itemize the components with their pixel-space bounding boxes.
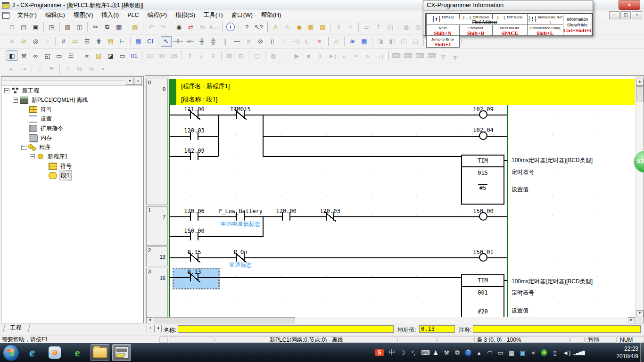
tree-item-symbols[interactable]: 符号 [1, 105, 143, 114]
properties-button[interactable]: ☰ [66, 50, 76, 61]
io-table-button[interactable]: ▭ [117, 50, 128, 61]
expand-icon[interactable] [13, 98, 18, 103]
menu-view[interactable]: 视图(V) [69, 11, 98, 19]
mnemonic-view-button[interactable]: ⊢ [117, 36, 128, 47]
ladder-backdrop-button[interactable]: ▤ [105, 36, 116, 47]
statement-list-button[interactable]: ☰ [82, 36, 92, 47]
monitor-mode-button[interactable]: ◎ [413, 22, 423, 32]
pause-button[interactable]: ‖ [345, 22, 356, 32]
share-tray-icon[interactable]: ⧉ [454, 349, 461, 356]
user-tray-icon[interactable]: ♟ [432, 349, 439, 356]
scroll-down-button[interactable]: ▼ [636, 310, 644, 317]
find-report-button[interactable]: ◉ [294, 22, 305, 32]
transfer-program-up-button[interactable]: ⇑ [184, 50, 195, 61]
menu-simulate[interactable]: 模拟(S) [171, 11, 199, 19]
property-bar-scroll-button[interactable]: ◂ [154, 325, 162, 332]
expand-icon[interactable] [21, 145, 26, 150]
cut-button[interactable]: ✂ [90, 22, 101, 32]
data-trace-button[interactable]: ≋ [347, 36, 358, 47]
menu-file[interactable]: 文件(F) [13, 11, 41, 19]
invert-monitor-button[interactable]: ▱ [331, 36, 342, 47]
tree-item-section1[interactable]: 段1 [1, 171, 143, 180]
show-desktop-button[interactable] [640, 343, 644, 362]
popup-title[interactable]: CX-Programmer Information [423, 0, 593, 11]
mdi-document-icon[interactable] [2, 12, 9, 19]
scroll-left-button[interactable]: ◄ [146, 317, 153, 323]
horizontal-scroll-thumb[interactable] [154, 317, 295, 323]
online-edit-cancel-button[interactable]: ◌ [280, 50, 290, 61]
monitor-diff2-button[interactable]: % [86, 64, 97, 74]
previous-reference-button[interactable]: ⇤ [7, 64, 17, 74]
new-or-contact-button[interactable]: ╫ [196, 36, 207, 47]
keyboard-map1-button[interactable]: ⌨ [391, 50, 402, 61]
help-tray-icon[interactable]: ? [465, 349, 471, 356]
monitor-signed-button[interactable]: 10 [157, 50, 167, 61]
zoom-out-button[interactable]: ○ [42, 36, 53, 47]
print-preview-button[interactable]: ◫ [74, 22, 85, 32]
tree-item-settings[interactable]: 设置 [1, 114, 143, 123]
ime-keyboard-icon[interactable]: ⌨ [421, 349, 428, 356]
redo-button[interactable]: ↷ [157, 22, 168, 32]
rung-list-button[interactable]: ≡ [34, 64, 45, 74]
expand-icon[interactable] [4, 88, 9, 93]
replace-in-project-button[interactable]: ⇆ [197, 22, 208, 32]
taskbar-cx-programmer-button[interactable] [112, 344, 131, 361]
fast-forward-button[interactable]: » [362, 50, 373, 61]
close-window-button[interactable]: × [619, 0, 640, 10]
menu-program[interactable]: 编程(P) [143, 11, 171, 19]
select-tool-button[interactable]: ↖ [161, 36, 172, 47]
keyboard-map3-button[interactable]: ⌨ [414, 50, 425, 61]
paste-program-button[interactable]: ▧ [130, 22, 140, 32]
step-over-button[interactable]: ⇝ [350, 50, 361, 61]
expand-instruction-button[interactable]: ⊣▯ [290, 36, 301, 47]
ime-moon-icon[interactable]: ☽ [399, 349, 406, 356]
new-line-down-button[interactable]: ∟ [302, 36, 313, 47]
memory-view-button[interactable]: 01 [129, 50, 140, 61]
new-or-closed-contact-button[interactable]: ╬ [208, 36, 219, 47]
compare-program-button[interactable]: ⇕ [208, 50, 219, 61]
menu-plc[interactable]: PLC [123, 11, 143, 19]
vertical-scrollbar[interactable] [636, 79, 644, 317]
undo-button[interactable]: ↶ [146, 22, 157, 32]
grid-toggle-button[interactable]: # [58, 36, 69, 47]
step-next-button[interactable]: ►| [327, 50, 338, 61]
taskbar-ie-button[interactable]: e [23, 344, 41, 361]
menu-tools[interactable]: 工具(T) [199, 11, 227, 19]
mdi-close-button[interactable]: × [632, 11, 642, 19]
keyboard-map2-button[interactable]: ⌨ [403, 50, 413, 61]
zoom-to-fit-button[interactable]: ○ [7, 36, 17, 47]
program-check-button[interactable]: ▦ [305, 22, 316, 32]
zoom-in-button[interactable]: ◎ [30, 36, 41, 47]
step-into-button[interactable]: ⇣ [339, 50, 349, 61]
run-to-end-button[interactable]: →| [374, 50, 385, 61]
watch-window-button[interactable]: ∞ [30, 50, 41, 61]
new-horizontal-button[interactable]: — [231, 36, 242, 47]
taskbar-explorer-button[interactable] [91, 344, 109, 361]
volume-icon[interactable]: ◄) [562, 349, 569, 356]
save-button[interactable]: ▣ [30, 22, 41, 32]
online-edit-check-button[interactable]: ▧ [317, 22, 328, 32]
tab-project[interactable]: 工程 [2, 323, 30, 333]
new-document-button[interactable]: □ [7, 22, 17, 32]
battery-tray-icon[interactable]: ▦ [508, 349, 515, 356]
paste-button[interactable]: ▦ [114, 22, 124, 32]
monitor-decimal-button[interactable]: 10 [145, 50, 156, 61]
menu-edit[interactable]: 编辑(E) [41, 11, 69, 19]
force-off-button[interactable]: ◧ [387, 36, 397, 47]
workspace-handle[interactable] [3, 81, 124, 82]
new-contact-button[interactable]: ⊣⊢ [173, 36, 183, 47]
sim-pause-button[interactable]: ‖ [315, 50, 326, 61]
start-button[interactable] [3, 345, 19, 361]
ime-punct-icon[interactable]: °, [410, 349, 417, 356]
address-monitor-button[interactable]: ⋕ [93, 36, 104, 47]
new-closed-coil-button[interactable]: ⊘ [255, 36, 266, 47]
print-button[interactable]: ▥ [62, 22, 73, 32]
open-button[interactable]: ▤ [18, 22, 29, 32]
show-sma-button[interactable]: ▦ [133, 36, 144, 47]
cross-reference-button[interactable]: ∝ [82, 50, 92, 61]
display-dialog-button[interactable]: ▢ [252, 50, 263, 61]
io-break1-button[interactable]: ╤ [438, 50, 449, 61]
rung-comment-button[interactable]: ▭ [70, 36, 81, 47]
about-button[interactable]: i [226, 23, 235, 31]
find-button[interactable]: ◉ [173, 22, 184, 32]
